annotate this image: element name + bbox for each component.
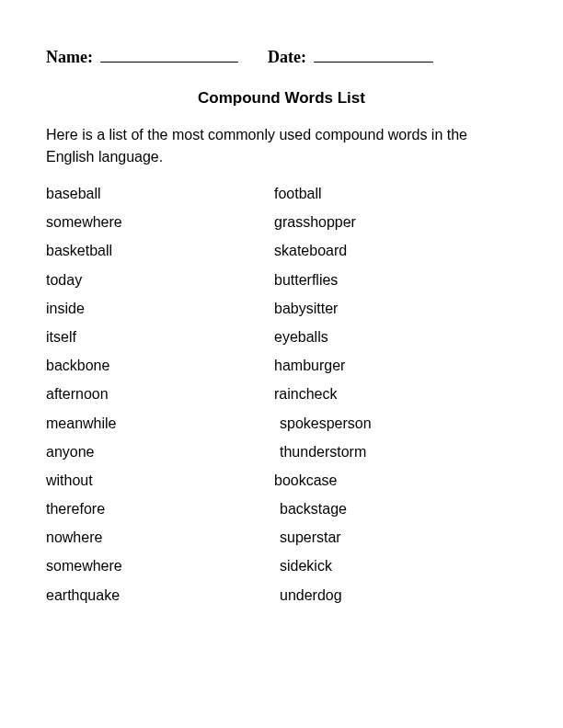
page-title: Compound Words List bbox=[46, 89, 517, 108]
word-item: backstage bbox=[274, 500, 372, 518]
name-label: Name: bbox=[46, 48, 93, 67]
word-item: nowhere bbox=[46, 529, 274, 546]
word-item: meanwhile bbox=[46, 415, 274, 432]
left-column: baseballsomewherebasketballtodayinsideit… bbox=[46, 185, 274, 604]
word-item: afternoon bbox=[46, 385, 274, 403]
word-columns: baseballsomewherebasketballtodayinsideit… bbox=[46, 185, 517, 604]
word-item: anyone bbox=[46, 443, 274, 461]
word-item: sidekick bbox=[274, 557, 372, 574]
word-item: basketball bbox=[46, 242, 274, 259]
word-item: therefore bbox=[46, 500, 274, 518]
word-item: backbone bbox=[46, 357, 274, 374]
word-item: butterflies bbox=[274, 271, 372, 289]
word-item: underdog bbox=[274, 586, 372, 604]
word-item: somewhere bbox=[46, 213, 274, 231]
word-item: grasshopper bbox=[274, 213, 372, 231]
word-item: skateboard bbox=[274, 242, 372, 259]
word-item: without bbox=[46, 472, 274, 489]
intro-text: Here is a list of the most commonly used… bbox=[46, 124, 517, 168]
word-item: today bbox=[46, 271, 274, 289]
word-item: football bbox=[274, 185, 372, 202]
word-item: itself bbox=[46, 328, 274, 346]
word-item: spokesperson bbox=[274, 415, 372, 432]
name-input-line[interactable] bbox=[100, 46, 238, 63]
word-item: baseball bbox=[46, 185, 274, 202]
right-column: footballgrasshopperskateboardbutterflies… bbox=[274, 185, 372, 604]
word-item: bookcase bbox=[274, 472, 372, 489]
word-item: inside bbox=[46, 300, 274, 317]
date-label: Date: bbox=[268, 48, 306, 67]
word-item: eyeballs bbox=[274, 328, 372, 346]
word-item: thunderstorm bbox=[274, 443, 372, 461]
header-row: Name: Date: bbox=[46, 46, 517, 67]
word-item: babysitter bbox=[274, 300, 372, 317]
word-item: earthquake bbox=[46, 586, 274, 604]
word-item: somewhere bbox=[46, 557, 274, 574]
date-input-line[interactable] bbox=[314, 46, 433, 63]
word-item: superstar bbox=[274, 529, 372, 546]
word-item: hamburger bbox=[274, 357, 372, 374]
word-item: raincheck bbox=[274, 385, 372, 403]
